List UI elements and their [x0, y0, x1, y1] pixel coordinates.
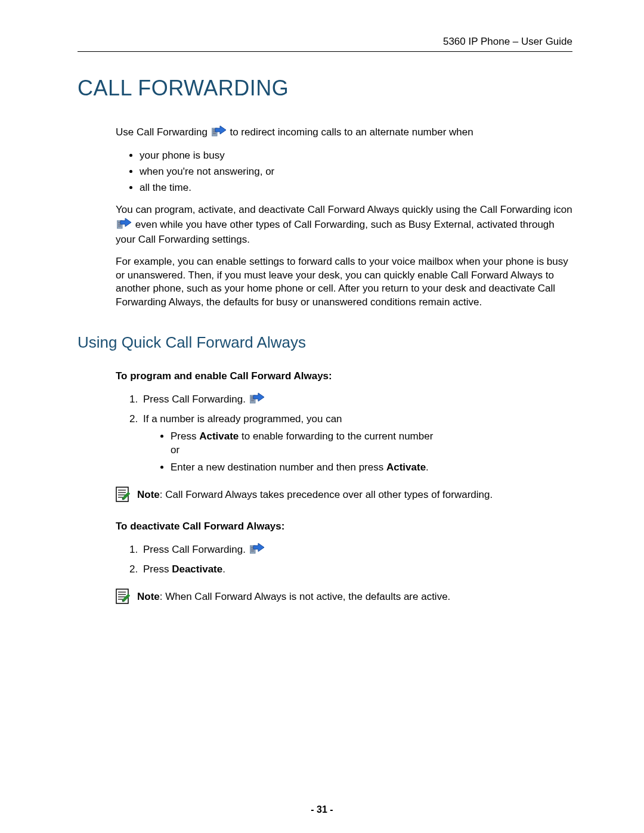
list-item: If a number is already programmed, you c… — [141, 413, 572, 475]
text: to enable forwarding to the current numb… — [239, 431, 433, 442]
text: to redirect incoming calls to an alterna… — [230, 126, 473, 138]
text: even while you have other types of Call … — [116, 219, 555, 245]
section2-block: To program and enable Call Forward Alway… — [116, 370, 572, 603]
text: : When Call Forward Always is not active… — [160, 591, 451, 602]
note-text: Note: When Call Forward Always is not ac… — [137, 589, 450, 604]
steps-list-1: Press Call Forwarding. If a number is al… — [116, 392, 572, 475]
intro-para-2: You can program, activate, and deactivat… — [116, 203, 572, 247]
note-label: Note — [137, 591, 160, 602]
text: Enter a new destination number and then … — [171, 462, 386, 473]
list-item: Enter a new destination number and then … — [171, 461, 572, 475]
intro-bullets: your phone is busy when you're not answe… — [116, 149, 572, 195]
text: Press — [171, 431, 199, 442]
intro-block: Use Call Forwarding to redirect incoming… — [116, 125, 572, 309]
page: 5360 IP Phone – User Guide CALL FORWARDI… — [0, 0, 644, 833]
list-item: Press Call Forwarding. — [141, 392, 572, 408]
call-forward-icon — [250, 542, 264, 558]
note-icon — [116, 487, 131, 502]
note-text: Note: Call Forward Always takes preceden… — [137, 487, 493, 502]
text: Press Call Forwarding. — [143, 544, 249, 555]
list-item: all the time. — [140, 181, 572, 195]
text-bold: Activate — [199, 431, 239, 442]
sub-list: Press Activate to enable forwarding to t… — [143, 430, 572, 475]
intro-line-1: Use Call Forwarding to redirect incoming… — [116, 125, 572, 141]
intro-para-3: For example, you can enable settings to … — [116, 255, 572, 310]
text: or — [171, 444, 179, 456]
text: . — [426, 462, 429, 473]
steps-list-2: Press Call Forwarding. Press Deactivate. — [116, 542, 572, 577]
page-header: 5360 IP Phone – User Guide — [78, 36, 572, 52]
page-footer: - 31 - — [0, 804, 644, 815]
doc-title: 5360 IP Phone – User Guide — [443, 36, 572, 47]
text-bold: Activate — [386, 462, 426, 473]
call-forward-icon — [250, 392, 264, 408]
text: You can program, activate, and deactivat… — [116, 204, 572, 215]
list-item: Press Deactivate. — [141, 563, 572, 577]
call-forward-icon — [117, 217, 131, 233]
text: If a number is already programmed, you c… — [143, 413, 342, 425]
text: . — [222, 563, 225, 575]
call-forward-icon — [212, 125, 226, 141]
note-block-1: Note: Call Forward Always takes preceden… — [116, 487, 572, 502]
text: : Call Forward Always takes precedence o… — [160, 489, 493, 500]
text: Use Call Forwarding — [116, 126, 210, 138]
sub-heading-1: To program and enable Call Forward Alway… — [116, 370, 572, 383]
list-item: when you're not answering, or — [140, 165, 572, 179]
list-item: your phone is busy — [140, 149, 572, 163]
list-item: Press Call Forwarding. — [141, 542, 572, 558]
sub-heading-2: To deactivate Call Forward Always: — [116, 520, 572, 534]
text: Press — [143, 563, 172, 575]
note-block-2: Note: When Call Forward Always is not ac… — [116, 589, 572, 604]
page-number: - 31 - — [311, 804, 333, 815]
section-heading: Using Quick Call Forward Always — [78, 333, 572, 352]
text-bold: Deactivate — [172, 563, 222, 575]
list-item: Press Activate to enable forwarding to t… — [171, 430, 572, 457]
page-title: CALL FORWARDING — [78, 76, 572, 101]
text: Press Call Forwarding. — [143, 394, 249, 405]
note-label: Note — [137, 489, 160, 500]
note-icon — [116, 589, 131, 604]
